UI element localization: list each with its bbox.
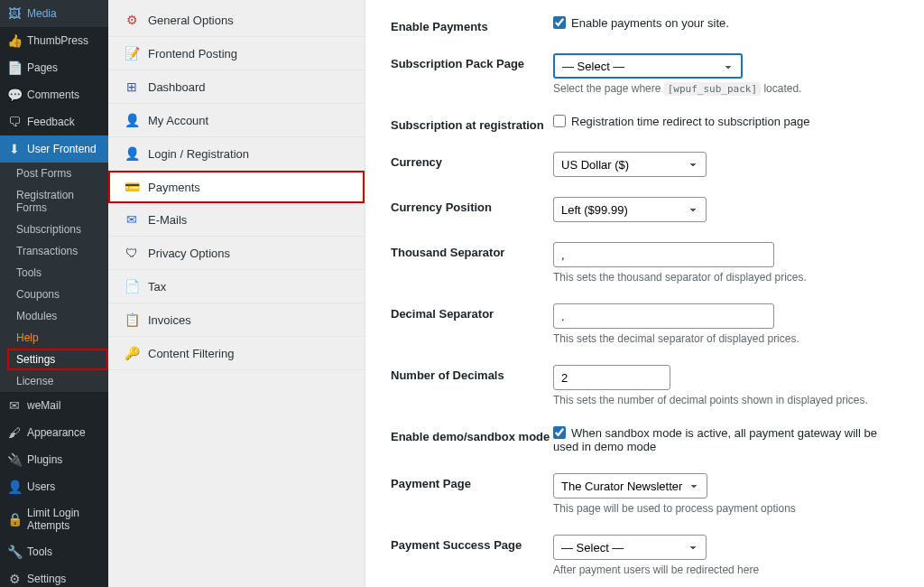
sidebar-thumbpress[interactable]: 👍ThumbPress (0, 27, 108, 54)
sidebar-submenu: Post Forms Registration Forms Subscripti… (0, 163, 108, 392)
feedback-icon: 🗨 (7, 115, 22, 129)
tab-my-account[interactable]: 👤My Account (108, 104, 365, 137)
payments-icon: 💳 (125, 180, 139, 194)
help-subscription-pack-page: Select the page where [wpuf_sub_pack] lo… (553, 82, 899, 95)
invoice-icon: 📋 (125, 312, 139, 327)
checkbox-label-sandbox: When sandbox mode is active, all payment… (553, 426, 877, 453)
comments-icon: 💬 (7, 88, 22, 102)
tab-privacy[interactable]: 🛡Privacy Options (108, 237, 365, 270)
sidebar-wemail[interactable]: ✉weMail (0, 392, 108, 419)
checkbox-enable-payments[interactable] (553, 16, 566, 29)
settings-icon: ⚙ (7, 572, 22, 586)
submenu-help[interactable]: Help (7, 327, 108, 349)
tab-dashboard[interactable]: ⊞Dashboard (108, 70, 365, 104)
tab-emails[interactable]: ✉E-Mails (108, 203, 365, 237)
checkbox-label-subscription-registration: Registration time redirect to subscripti… (571, 115, 809, 128)
tab-login-registration[interactable]: 👤Login / Registration (108, 137, 365, 171)
help-thousand-separator: This sets the thousand separator of disp… (553, 271, 899, 284)
lock-icon: 🔒 (7, 512, 22, 526)
user-frontend-icon: ⬇ (7, 142, 22, 156)
plugins-icon: 🔌 (7, 452, 22, 467)
label-payment-page: Payment Page (391, 473, 553, 490)
label-payment-success-page: Payment Success Page (391, 535, 553, 552)
select-currency[interactable]: US Dollar ($) (553, 152, 707, 177)
tab-general-options[interactable]: ⚙General Options (108, 4, 365, 37)
tab-payments[interactable]: 💳Payments (108, 171, 365, 203)
input-thousand-separator[interactable] (553, 242, 774, 267)
appearance-icon: 🖌 (7, 425, 22, 440)
label-sandbox-mode: Enable demo/sandbox mode (391, 426, 553, 443)
label-currency: Currency (391, 152, 553, 169)
media-icon: 🖼 (7, 6, 22, 21)
label-currency-position: Currency Position (391, 197, 553, 214)
edit-icon: 📝 (125, 46, 139, 61)
sidebar-pages[interactable]: 📄Pages (0, 54, 108, 81)
thumbpress-icon: 👍 (7, 33, 22, 48)
key-icon: 🔑 (125, 346, 139, 360)
email-icon: ✉ (125, 212, 139, 227)
submenu-modules[interactable]: Modules (7, 305, 108, 327)
label-subscription-pack-page: Subscription Pack Page (391, 53, 553, 70)
sidebar-tools[interactable]: 🔧Tools (0, 538, 108, 565)
input-decimal-separator[interactable] (553, 303, 774, 329)
submenu-post-forms[interactable]: Post Forms (7, 163, 108, 184)
tab-tax[interactable]: 📄Tax (108, 270, 365, 303)
label-subscription-at-registration: Subscription at registration (391, 115, 553, 132)
submenu-subscriptions[interactable]: Subscriptions (7, 219, 108, 240)
dashboard-icon: ⊞ (125, 79, 139, 94)
login-icon: 👤 (125, 146, 139, 161)
help-decimal-separator: This sets the decimal separator of displ… (553, 332, 899, 345)
label-decimal-separator: Decimal Separator (391, 303, 553, 321)
tab-invoices[interactable]: 📋Invoices (108, 303, 365, 337)
gear-icon: ⚙ (125, 13, 139, 27)
sidebar-media[interactable]: 🖼Media (0, 0, 108, 27)
sidebar-limit-login[interactable]: 🔒Limit Login Attempts (0, 500, 108, 538)
sidebar-plugins[interactable]: 🔌Plugins (0, 446, 108, 473)
sidebar-user-frontend[interactable]: ⬇User Frontend (0, 135, 108, 163)
checkbox-sandbox[interactable] (553, 426, 566, 439)
shield-icon: 🛡 (125, 246, 139, 260)
submenu-tools[interactable]: Tools (7, 262, 108, 284)
select-payment-page[interactable]: The Curator Newsletter (553, 473, 707, 498)
label-thousand-separator: Thousand Separator (391, 242, 553, 259)
sidebar-settings[interactable]: ⚙Settings (0, 565, 108, 587)
tools-icon: 🔧 (7, 545, 22, 559)
select-payment-success-page[interactable]: — Select — (553, 535, 707, 560)
sidebar-users[interactable]: 👤Users (0, 473, 108, 500)
checkbox-subscription-registration[interactable] (553, 115, 566, 127)
pages-icon: 📄 (7, 61, 22, 75)
payments-form: Enable Payments Enable payments on your … (365, 0, 924, 587)
sidebar-feedback[interactable]: 🗨Feedback (0, 108, 108, 135)
label-enable-payments: Enable Payments (391, 16, 553, 33)
users-icon: 👤 (7, 480, 22, 494)
help-payment-success-page: After payment users will be redirected h… (553, 564, 899, 576)
tax-icon: 📄 (125, 279, 139, 294)
settings-tabs: ⚙General Options 📝Frontend Posting ⊞Dash… (108, 0, 365, 587)
wp-admin-sidebar: 🖼Media 👍ThumbPress 📄Pages 💬Comments 🗨Fee… (0, 0, 108, 587)
person-icon: 👤 (125, 113, 139, 127)
submenu-settings[interactable]: Settings (7, 349, 108, 370)
select-currency-position[interactable]: Left ($99.99) (553, 197, 707, 222)
checkbox-label-enable-payments: Enable payments on your site. (571, 16, 729, 30)
submenu-license[interactable]: License (7, 370, 108, 392)
select-subscription-pack-page[interactable]: — Select — (553, 53, 743, 79)
tab-frontend-posting[interactable]: 📝Frontend Posting (108, 37, 365, 70)
help-number-of-decimals: This sets the number of decimal points s… (553, 394, 899, 406)
label-number-of-decimals: Number of Decimals (391, 365, 553, 382)
wemail-icon: ✉ (7, 398, 22, 413)
sidebar-comments[interactable]: 💬Comments (0, 81, 108, 108)
submenu-coupons[interactable]: Coupons (7, 284, 108, 305)
help-payment-page: This page will be used to process paymen… (553, 502, 899, 515)
submenu-registration-forms[interactable]: Registration Forms (7, 184, 108, 219)
input-number-of-decimals[interactable] (553, 365, 670, 390)
tab-content-filtering[interactable]: 🔑Content Filtering (108, 337, 365, 370)
sidebar-appearance[interactable]: 🖌Appearance (0, 419, 108, 446)
submenu-transactions[interactable]: Transactions (7, 240, 108, 262)
